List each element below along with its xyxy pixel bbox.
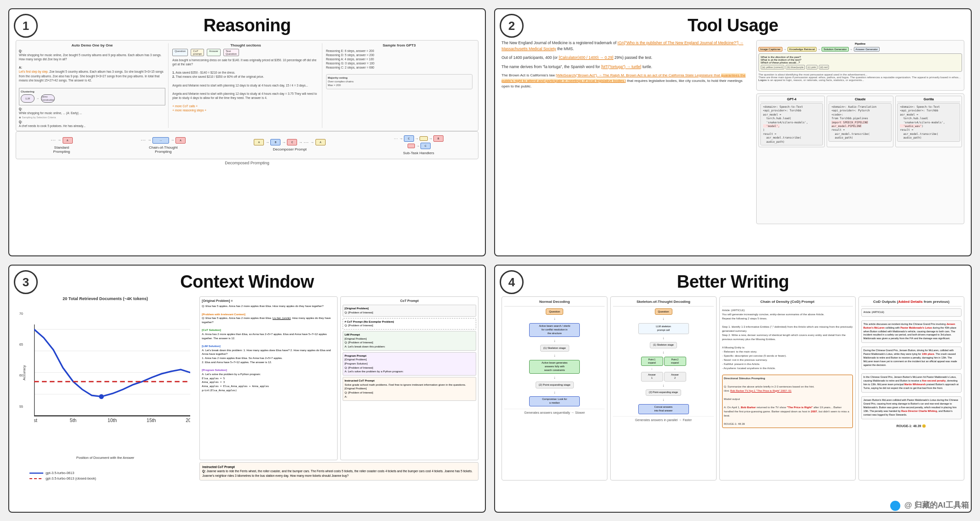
writing-cod-outputs: CoD Outputs (Added Details from previous… [858, 296, 964, 480]
model-gpt4: GPT-4 <domain>: Speech-to-Text <api_prov… [758, 96, 825, 147]
legend-dashed: gpt-3.5-turbo-0613 (closed-book) [29, 476, 195, 480]
card-title-2: Tool Usage [502, 16, 964, 35]
model-gorilla-code: <domain>: Speech-to-Text <api_provider>:… [897, 103, 960, 142]
chart-svg: 1st 5th 10th 15th 20th [34, 305, 190, 440]
cot-prompting-label: Chain-of-ThoughtPrompting [149, 145, 177, 154]
cod-prompt-content: Article: {ARTICLE} You will generate inc… [722, 308, 853, 428]
ctx-cot-prompt: CoT Prompt [Original Problem] Q: [Proble… [340, 296, 478, 460]
watermark: @ 归藏的AI工具箱 [890, 500, 969, 511]
model-gorilla-header: Gorilla [897, 98, 960, 102]
ctx-bottom-problem: Instructed CoT Prompt Q: Joanne wants to… [199, 462, 478, 480]
tool-usage-text: The New England Journal of Medicine is a… [502, 40, 752, 224]
normal-decoding-diagram: Question ↓ Active beam search / viterbif… [504, 308, 605, 407]
ctx-original-title: [Original Problem] = [202, 299, 335, 303]
rouge-score: ROUGE-1: 48.39 😊 [861, 424, 962, 428]
reasoning-col-2-content: Asia bought a homecoming dress on sale f… [172, 58, 319, 112]
subtask-prompting-label: Sub-Task Handlers [403, 151, 434, 155]
cod-output-4: In the Chinese Grand Prix, Jensen Button… [861, 373, 962, 393]
decomposer-prompting: A → B → C → ··· → A Decomposer Prompt [254, 139, 325, 151]
model-claude-header: Claude [828, 98, 892, 102]
tool-usage-diagrams: Pipeline Image Captioner → Knowledge Ret… [756, 40, 964, 224]
y-tick-65: 65 [19, 343, 23, 346]
cot-prompting: ··· → ··· → A Chain-of-ThoughtPrompting [141, 137, 186, 154]
normal-decoding-title: Normal Decoding [504, 299, 605, 307]
svg-text:10th: 10th [108, 418, 117, 423]
standard-prompting: ··· → A StandardPrompting [51, 137, 72, 154]
cod-outputs-list: Article: {ARTICLE} This article discusse… [861, 308, 962, 429]
reasoning-col-1-title: Auto Demo One by One [19, 43, 165, 47]
svg-text:15th: 15th [146, 418, 156, 423]
card-reasoning: 1 Reasoning Auto Demo One by One Q: Whil… [8, 8, 486, 256]
y-tick-70: 70 [19, 312, 23, 315]
decomposed-label: Decomposed Prompting [16, 161, 478, 165]
writing-sot-decoding: Skeleton-of-Thought Decoding Question ↓ … [610, 296, 716, 480]
tool-model-comparison: GPT-4 <domain>: Speech-to-Text <api_prov… [756, 93, 964, 224]
decomposer-prompting-label: Decomposer Prompt [273, 147, 306, 151]
context-chart-section: 20 Total Retrieved Documents (~4K tokens… [16, 296, 195, 480]
cod-output-2: This article discusses an incident durin… [861, 320, 962, 343]
chart-legend: gpt-3.5-turbo-0613 gpt-3.5-turbo-0613 (c… [29, 471, 195, 480]
svg-text:1st: 1st [34, 418, 37, 423]
reasoning-col-3-content: Reasoning E: 6 steps, answer = 200 Reaso… [326, 49, 472, 89]
legend-solid: gpt-3.5-turbo-0613 [29, 471, 195, 475]
context-right-section: [Original Problem] = Q: Elsa has 5 apple… [199, 296, 478, 480]
writing-cod-prompt: Chain of Density (CoD) Prompt Article: {… [719, 296, 856, 480]
model-claude-code: <domain>: Audio-Translation <api_provide… [828, 103, 892, 142]
card-number-4: 4 [500, 270, 524, 294]
legend-dashed-label: gpt-3.5-turbo-0613 (closed-book) [46, 476, 96, 480]
card-better-writing: 4 Better Writing Normal Decoding Questio… [494, 265, 972, 513]
svg-text:20th: 20th [186, 418, 190, 423]
model-gpt4-header: GPT-4 [760, 98, 823, 102]
svg-point-12 [99, 394, 104, 399]
cod-output-3: During the Chinese Grand Prix, Jensen Bu… [861, 347, 962, 370]
y-tick-55: 55 [19, 405, 23, 408]
card-tool-usage: 2 Tool Usage The New England Journal of … [494, 8, 972, 256]
card-number-1: 1 [14, 14, 38, 38]
cod-output-5: Jensen Button's McLaren collided with Pa… [861, 396, 962, 419]
sot-decoding-note: Generates answers in parallel → Faster [613, 416, 713, 423]
tool-pipeline-diagram: Pipeline Image Captioner → Knowledge Ret… [756, 40, 964, 91]
standard-prompting-label: StandardPrompting [53, 145, 70, 154]
chart-title: 20 Total Retrieved Documents (~4K tokens… [16, 296, 195, 301]
card-title-1: Reasoning [16, 16, 478, 35]
ctx-original-problem: [Original Problem] = Q: Elsa has 5 apple… [199, 296, 338, 460]
cod-output-1: Article: {ARTICLE} [861, 308, 962, 317]
prompting-diagrams: ··· → A StandardPrompting ··· → ··· → A [16, 131, 478, 159]
x-axis-label: Position of Document with the Answer [16, 456, 195, 460]
y-axis-label: Accuracy [22, 365, 26, 380]
cot-prompt-label: CoT Prompt [343, 299, 476, 303]
card-title-3: Context Window [16, 272, 478, 292]
card-context-window: 3 Context Window 20 Total Retrieved Docu… [8, 265, 486, 513]
sot-diagram: Question ↓ LLM skeletonprompt call ↓ (1)… [613, 308, 713, 414]
reasoning-col-1: Auto Demo One by One Q: While shopping f… [19, 43, 169, 128]
cod-prompt-title: Chain of Density (CoD) Prompt [722, 299, 853, 307]
model-claude: Claude <domain>: Audio-Translation <api_… [827, 96, 893, 147]
legend-solid-label: gpt-3.5-turbo-0613 [46, 471, 74, 475]
reasoning-col-2-title: Thought sections [172, 43, 319, 47]
subtask-prompting: ··· → C → → B → C [394, 135, 443, 155]
reasoning-col-3-title: Sample from GPT3 [326, 43, 472, 47]
y-tick-60: 60 [19, 374, 23, 377]
reasoning-col-2: Thought sections Question CoTprompt Answ… [172, 43, 322, 128]
card-number-3: 3 [14, 270, 38, 294]
card-title-4: Better Writing [502, 272, 964, 292]
sot-decoding-title: Skeleton-of-Thought Decoding [613, 299, 713, 307]
reasoning-col-3: Sample from GPT3 Reasoning E: 6 steps, a… [326, 43, 475, 128]
writing-normal-decoding: Normal Decoding Question ↓ Active beam s… [502, 296, 607, 480]
svg-text:5th: 5th [70, 418, 77, 423]
cod-outputs-title: CoD Outputs (Added Details from previous… [861, 299, 962, 307]
reasoning-col-1-content: Q: While shopping for music online, Zoe … [19, 49, 165, 128]
model-gorilla: Gorilla <domain>: Speech-to-Text <api_pr… [895, 96, 962, 147]
card-number-2: 2 [500, 14, 524, 38]
model-gpt4-code: <domain>: Speech-to-Text <api_provider>:… [760, 103, 823, 145]
normal-decoding-note: Generates answers sequentially → Slower [504, 409, 605, 415]
